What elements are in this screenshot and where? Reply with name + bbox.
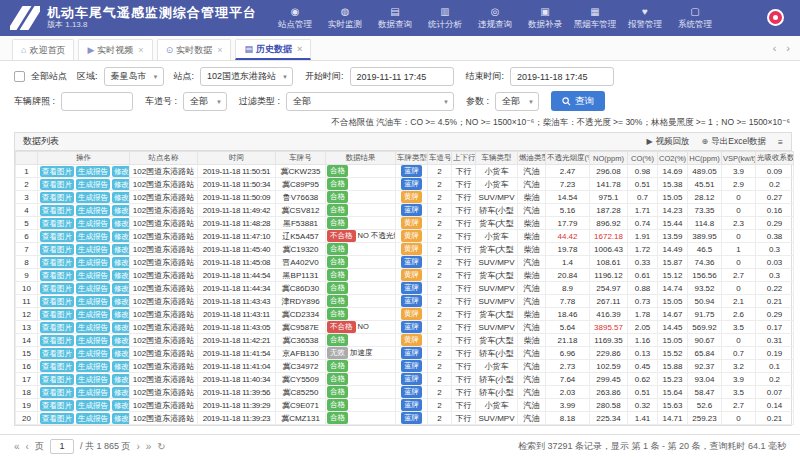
generate-report-button[interactable]: 生成报告 xyxy=(76,244,110,255)
generate-report-button[interactable]: 生成报告 xyxy=(76,166,110,177)
generate-report-button[interactable]: 生成报告 xyxy=(76,179,110,190)
data-panel: 数据列表 ▶视频回放 ⊕导出Excel数据 ≡ 操作站点名称时间车牌号数据结果车… xyxy=(14,132,792,426)
edit-plate-button[interactable]: 修改车牌 xyxy=(112,348,130,359)
filter-type-select[interactable]: 全部▼ xyxy=(286,92,454,111)
close-icon[interactable]: × xyxy=(217,45,222,55)
view-image-button[interactable]: 查看图片 xyxy=(40,257,74,268)
nav-item-violation-query[interactable]: ◎违规查询 xyxy=(473,6,517,31)
edit-plate-button[interactable]: 修改车牌 xyxy=(112,400,130,411)
view-image-button[interactable]: 查看图片 xyxy=(40,374,74,385)
view-image-button[interactable]: 查看图片 xyxy=(40,322,74,333)
generate-report-button[interactable]: 生成报告 xyxy=(76,335,110,346)
region-select[interactable]: 秦皇岛市▼ xyxy=(104,67,164,86)
nav-item-smoke-vehicle[interactable]: ▦黑烟车管理 xyxy=(573,6,617,31)
plate-input[interactable] xyxy=(61,92,133,111)
table-menu-icon[interactable]: ≡ xyxy=(778,137,783,147)
tab-history-data[interactable]: ▤历史数据× xyxy=(235,39,311,60)
view-image-button[interactable]: 查看图片 xyxy=(40,192,74,203)
view-image-button[interactable]: 查看图片 xyxy=(40,361,74,372)
edit-plate-button[interactable]: 修改车牌 xyxy=(112,322,130,333)
nav-item-system-management[interactable]: ▢系统管理 xyxy=(673,6,717,31)
nav-item-data-supplement[interactable]: ▣数据补录 xyxy=(523,6,567,31)
edit-plate-button[interactable]: 修改车牌 xyxy=(112,335,130,346)
next-page-icon[interactable]: › xyxy=(136,441,139,452)
view-image-button[interactable]: 查看图片 xyxy=(40,348,74,359)
edit-plate-button[interactable]: 修改车牌 xyxy=(112,374,130,385)
view-image-button[interactable]: 查看图片 xyxy=(40,387,74,398)
close-icon[interactable]: × xyxy=(297,44,302,54)
generate-report-button[interactable]: 生成报告 xyxy=(76,231,110,242)
generate-report-button[interactable]: 生成报告 xyxy=(76,283,110,294)
edit-plate-button[interactable]: 修改车牌 xyxy=(112,270,130,281)
refresh-icon[interactable]: ↻ xyxy=(157,441,165,452)
export-excel-button[interactable]: ⊕导出Excel数据 xyxy=(702,136,767,148)
view-image-button[interactable]: 查看图片 xyxy=(40,400,74,411)
nav-item-alarm-management[interactable]: ♥报警管理 xyxy=(623,6,667,31)
last-page-icon[interactable]: » xyxy=(146,441,152,452)
video-playback-button[interactable]: ▶视频回放 xyxy=(646,136,689,148)
generate-report-button[interactable]: 生成报告 xyxy=(76,296,110,307)
view-image-button[interactable]: 查看图片 xyxy=(40,309,74,320)
edit-plate-button[interactable]: 修改车牌 xyxy=(112,192,130,203)
all-stations-checkbox[interactable] xyxy=(14,71,25,82)
edit-plate-button[interactable]: 修改车牌 xyxy=(112,387,130,398)
nav-item-stats-analysis[interactable]: ▥统计分析 xyxy=(423,6,467,31)
start-time-input[interactable]: 2019-11-11 17:45 xyxy=(350,67,454,86)
generate-report-button[interactable]: 生成报告 xyxy=(76,374,110,385)
view-image-button[interactable]: 查看图片 xyxy=(40,270,74,281)
param-select[interactable]: 全部▼ xyxy=(495,92,539,111)
tab-welcome[interactable]: ⌂欢迎首页 xyxy=(12,39,74,60)
edit-plate-button[interactable]: 修改车牌 xyxy=(112,179,130,190)
page-input[interactable]: 1 xyxy=(50,439,74,454)
first-page-icon[interactable]: « xyxy=(14,441,20,452)
edit-plate-button[interactable]: 修改车牌 xyxy=(112,296,130,307)
edit-plate-button[interactable]: 修改车牌 xyxy=(112,231,130,242)
generate-report-button[interactable]: 生成报告 xyxy=(76,387,110,398)
view-image-button[interactable]: 查看图片 xyxy=(40,179,74,190)
edit-plate-button[interactable]: 修改车牌 xyxy=(112,166,130,177)
edit-plate-button[interactable]: 修改车牌 xyxy=(112,283,130,294)
view-image-button[interactable]: 查看图片 xyxy=(40,218,74,229)
edit-plate-button[interactable]: 修改车牌 xyxy=(112,257,130,268)
close-icon[interactable]: × xyxy=(138,45,143,55)
tab-next-icon[interactable]: › xyxy=(786,42,790,54)
edit-plate-button[interactable]: 修改车牌 xyxy=(112,413,130,424)
nav-item-realtime-monitor[interactable]: ◍实时监测 xyxy=(323,6,367,31)
view-image-button[interactable]: 查看图片 xyxy=(40,166,74,177)
generate-report-button[interactable]: 生成报告 xyxy=(76,348,110,359)
view-image-button[interactable]: 查看图片 xyxy=(40,205,74,216)
lane-select[interactable]: 全部▼ xyxy=(183,92,227,111)
view-image-button[interactable]: 查看图片 xyxy=(40,335,74,346)
edit-plate-button[interactable]: 修改车牌 xyxy=(112,309,130,320)
generate-report-button[interactable]: 生成报告 xyxy=(76,257,110,268)
generate-report-button[interactable]: 生成报告 xyxy=(76,322,110,333)
edit-plate-button[interactable]: 修改车牌 xyxy=(112,244,130,255)
edit-plate-button[interactable]: 修改车牌 xyxy=(112,218,130,229)
view-image-button[interactable]: 查看图片 xyxy=(40,244,74,255)
location-pin-icon[interactable] xyxy=(767,9,784,26)
generate-report-button[interactable]: 生成报告 xyxy=(76,270,110,281)
search-button[interactable]: 查询 xyxy=(551,91,605,111)
nav-item-station-management[interactable]: ◉站点管理 xyxy=(273,6,317,31)
end-time-input[interactable]: 2019-11-18 17:45 xyxy=(510,67,614,86)
view-image-button[interactable]: 查看图片 xyxy=(40,231,74,242)
table-row: 2查看图片生成报告修改车牌102国道东港路站2019-11-18 11:50:3… xyxy=(16,178,794,191)
station-select[interactable]: 102国道东港路站▼ xyxy=(200,67,293,86)
generate-report-button[interactable]: 生成报告 xyxy=(76,400,110,411)
view-image-button[interactable]: 查看图片 xyxy=(40,413,74,424)
generate-report-button[interactable]: 生成报告 xyxy=(76,361,110,372)
edit-plate-button[interactable]: 修改车牌 xyxy=(112,205,130,216)
generate-report-button[interactable]: 生成报告 xyxy=(76,192,110,203)
view-image-button[interactable]: 查看图片 xyxy=(40,283,74,294)
generate-report-button[interactable]: 生成报告 xyxy=(76,205,110,216)
tab-prev-icon[interactable]: ‹ xyxy=(773,42,777,54)
generate-report-button[interactable]: 生成报告 xyxy=(76,309,110,320)
edit-plate-button[interactable]: 修改车牌 xyxy=(112,361,130,372)
nav-item-data-query[interactable]: ▤数据查询 xyxy=(373,6,417,31)
prev-page-icon[interactable]: ‹ xyxy=(26,441,29,452)
generate-report-button[interactable]: 生成报告 xyxy=(76,413,110,424)
tab-realtime-data[interactable]: ⊙实时数据× xyxy=(157,39,232,60)
view-image-button[interactable]: 查看图片 xyxy=(40,296,74,307)
generate-report-button[interactable]: 生成报告 xyxy=(76,218,110,229)
tab-realtime-video[interactable]: ▶实时视频× xyxy=(78,39,152,60)
